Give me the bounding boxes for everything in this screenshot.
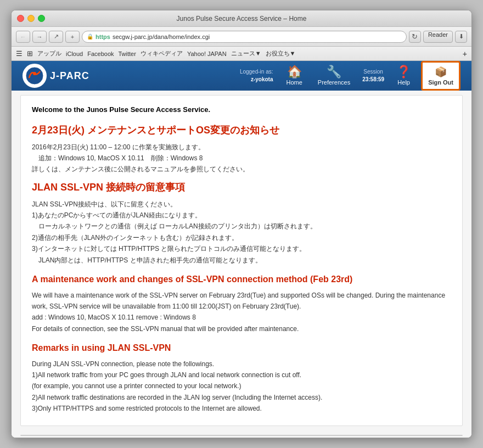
window-title: Junos Pulse Secure Access Service – Home — [177, 15, 307, 23]
section2-body-ja: JLAN SSL-VPN接続中は、以下に留意ください。 1)あなたのPCからすべ… — [32, 199, 451, 266]
bookmarks-bar: ☰ ⊞ アップル iCloud Facebook Twitter ウィキペディア… — [12, 47, 471, 61]
home-label: Home — [286, 79, 302, 86]
traffic-lights — [17, 15, 45, 22]
add-tab-button[interactable]: + — [65, 31, 80, 43]
page-content: J-PARC Logged-in as: z-yokota 🏠 Home 🔧 P… — [12, 61, 471, 438]
help-nav-item[interactable]: ❓ Help — [389, 61, 419, 90]
client-sessions: Client Application Sessions ▼ JP Junos P… — [20, 435, 463, 436]
main-content: Welcome to the Junos Pulse Secure Access… — [20, 95, 463, 426]
https-label: https — [96, 33, 110, 40]
sign-out-label: Sign Out — [428, 79, 453, 86]
address-text: secgw.j-parc.jp/dana/home/index.cgi — [113, 33, 210, 40]
maximize-button[interactable] — [38, 15, 45, 22]
session-time: 23:58:59 — [362, 76, 384, 82]
lock-icon: 🔒 — [87, 33, 93, 40]
bookmark-useful[interactable]: お役立ち▼ — [266, 49, 296, 58]
help-label: Help — [397, 79, 410, 86]
browser-window: Junos Pulse Secure Access Service – Home… — [11, 10, 472, 438]
bookmark-reading-list[interactable]: ☰ — [16, 49, 23, 58]
nav-bar: ← → ↗ + 🔒 https secgw.j-parc.jp/dana/hom… — [12, 27, 471, 47]
section4-body-en: During JLAN SSL-VPN connection, please n… — [32, 359, 451, 415]
bookmark-add[interactable]: + — [463, 49, 467, 58]
back-button[interactable]: ← — [16, 31, 30, 43]
logo-icon — [23, 64, 47, 88]
client-sessions-header: Client Application Sessions ▼ — [21, 435, 462, 436]
header-nav: Logged-in as: z-yokota 🏠 Home 🔧 Preferen… — [240, 61, 460, 91]
section4-title-en: Remarks in using JLAN SSL-VPN — [32, 341, 451, 355]
minimize-button[interactable] — [27, 15, 35, 22]
forward-button[interactable]: → — [32, 31, 47, 43]
bookmark-twitter[interactable]: Twitter — [119, 51, 136, 57]
bookmark-news[interactable]: ニュース▼ — [231, 49, 261, 58]
logged-in-label: Logged-in as: — [240, 69, 273, 75]
address-bar[interactable]: 🔒 https secgw.j-parc.jp/dana/home/index.… — [82, 31, 407, 43]
welcome-text: Welcome to the Junos Pulse Secure Access… — [32, 104, 451, 116]
bookmark-grid[interactable]: ⊞ — [27, 49, 33, 58]
bookmark-yahoo[interactable]: Yahoo! JAPAN — [187, 51, 227, 57]
section1-title-ja: 2月23日(火) メンテナンスとサポートOS変更のお知らせ — [32, 122, 451, 138]
logo-area: J-PARC — [23, 64, 89, 88]
logo-text: J-PARC — [50, 70, 89, 82]
svg-point-0 — [26, 67, 43, 85]
title-bar: Junos Pulse Secure Access Service – Home — [12, 10, 471, 27]
section3-body-en: We will have a maintenance work of the S… — [32, 290, 451, 335]
svg-point-1 — [33, 72, 36, 75]
section3-title-en: A maintenance work and changes of SSL-VP… — [32, 272, 451, 287]
section1-body-ja: 2016年2月23日(火) 11:00 – 12:00 に作業を実施致します。 … — [32, 142, 451, 175]
sign-out-icon: 📦 — [435, 66, 447, 78]
preferences-label: Preferences — [318, 79, 350, 86]
pin-button[interactable]: ⬇ — [455, 31, 467, 43]
help-icon: ❓ — [396, 66, 411, 78]
session-label: Session — [363, 69, 383, 75]
share-button[interactable]: ↗ — [49, 31, 63, 43]
refresh-button[interactable]: ↻ — [409, 31, 421, 43]
bookmark-icloud[interactable]: iCloud — [66, 51, 83, 57]
bookmark-appuru[interactable]: アップル — [37, 49, 61, 58]
bookmark-facebook[interactable]: Facebook — [87, 51, 114, 57]
sign-out-button[interactable]: 📦 Sign Out — [421, 61, 460, 91]
logged-in-info: Logged-in as: z-yokota — [240, 68, 279, 83]
bookmark-wikipedia[interactable]: ウィキペディア — [141, 49, 183, 58]
preferences-icon: 🔧 — [327, 66, 341, 78]
preferences-nav-item[interactable]: 🔧 Preferences — [310, 61, 358, 90]
home-icon: 🏠 — [287, 66, 302, 78]
section2-title-ja: JLAN SSL-VPN 接続時の留意事項 — [32, 180, 451, 195]
session-info: Session 23:58:59 — [358, 68, 389, 83]
username-label: z-yokota — [251, 76, 273, 82]
close-button[interactable] — [17, 15, 24, 22]
home-nav-item[interactable]: 🏠 Home — [278, 61, 310, 90]
reader-button[interactable]: Reader — [423, 31, 453, 43]
site-header: J-PARC Logged-in as: z-yokota 🏠 Home 🔧 P… — [12, 61, 471, 91]
